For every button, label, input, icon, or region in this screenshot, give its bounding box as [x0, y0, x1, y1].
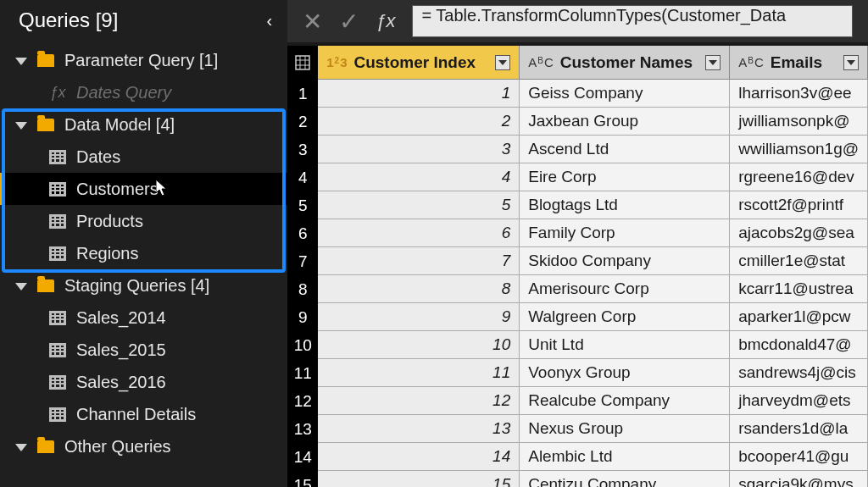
cell-emails[interactable]: aparker1l@pcw	[730, 303, 868, 331]
row-number[interactable]: 8	[287, 275, 318, 303]
row-number[interactable]: 14	[287, 443, 318, 471]
query-label: Channel Details	[76, 405, 196, 424]
cell-emails[interactable]: rgreene16@dev	[730, 163, 868, 191]
cell-emails[interactable]: jharveydm@ets	[730, 387, 868, 415]
query-label: Dates	[76, 147, 120, 167]
cell-index[interactable]: 1	[318, 80, 520, 108]
column-header-names[interactable]: ABCCustomer Names	[520, 46, 730, 80]
cell-names[interactable]: Centizu Company	[520, 471, 730, 487]
cell-names[interactable]: Walgreen Corp	[520, 303, 730, 331]
cell-names[interactable]: Unit Ltd	[520, 331, 730, 359]
query-group[interactable]: Other Queries	[0, 430, 287, 462]
row-number[interactable]: 11	[287, 359, 318, 387]
query-item[interactable]: Sales_2016	[0, 366, 287, 398]
cell-index[interactable]: 7	[318, 247, 520, 275]
cell-names[interactable]: Family Corp	[520, 219, 730, 247]
query-item[interactable]: Sales_2015	[0, 334, 287, 366]
cancel-formula-icon[interactable]: ✕	[303, 8, 322, 36]
query-group[interactable]: Data Model [4]	[0, 108, 287, 141]
row-number[interactable]: 6	[287, 219, 318, 247]
query-item[interactable]: Dates	[0, 141, 287, 173]
row-number[interactable]: 12	[287, 387, 318, 415]
commit-formula-icon[interactable]: ✓	[339, 8, 359, 36]
cell-emails[interactable]: rsanders1d@la	[730, 415, 868, 443]
column-header-emails[interactable]: ABCEmails	[730, 46, 868, 80]
cell-names[interactable]: Jaxbean Group	[520, 108, 730, 136]
cell-index[interactable]: 11	[318, 359, 520, 387]
table-icon	[49, 182, 66, 196]
cell-index[interactable]: 4	[318, 163, 520, 191]
row-number[interactable]: 10	[287, 331, 318, 359]
table-icon	[49, 246, 66, 261]
cell-emails[interactable]: jwilliamsonpk@	[730, 108, 868, 136]
query-label: Customers	[76, 180, 159, 199]
cell-emails[interactable]: sandrews4j@cis	[730, 359, 868, 387]
row-number[interactable]: 4	[287, 163, 318, 191]
cell-emails[interactable]: wwilliamson1g@	[730, 136, 868, 163]
query-item[interactable]: Customers	[0, 173, 287, 205]
collapse-panel-icon[interactable]: ‹	[267, 11, 273, 30]
column-header-index[interactable]: 123Customer Index	[318, 46, 520, 80]
cell-names[interactable]: Realcube Company	[520, 387, 730, 415]
cell-index[interactable]: 12	[318, 387, 520, 415]
table-corner-icon	[295, 55, 310, 70]
formula-input[interactable]: = Table.TransformColumnTypes(Customer_Da…	[412, 5, 853, 37]
caret-down-icon	[15, 283, 27, 291]
cell-names[interactable]: Geiss Company	[520, 80, 730, 108]
query-item[interactable]: Sales_2014	[0, 302, 287, 334]
cell-index[interactable]: 2	[318, 108, 520, 136]
cell-emails[interactable]: ajacobs2g@sea	[730, 219, 868, 247]
cell-index[interactable]: 9	[318, 303, 520, 331]
grid-header-row: 123Customer IndexABCCustomer NamesABCEma…	[318, 46, 868, 80]
select-all-corner[interactable]	[287, 46, 318, 80]
cell-index[interactable]: 3	[318, 136, 520, 163]
cell-names[interactable]: Skidoo Company	[520, 247, 730, 275]
cell-index[interactable]: 10	[318, 331, 520, 359]
row-number[interactable]: 7	[287, 247, 318, 275]
svg-rect-0	[296, 56, 309, 69]
cell-emails[interactable]: bcooper41@gu	[730, 443, 868, 471]
fx-icon: ƒx	[376, 10, 395, 32]
cell-emails[interactable]: bmcdonald47@	[730, 331, 868, 359]
row-number[interactable]: 3	[287, 136, 318, 163]
row-number[interactable]: 2	[287, 108, 318, 136]
cell-names[interactable]: Blogtags Ltd	[520, 191, 730, 219]
table-row: 6Family Corpajacobs2g@sea	[318, 219, 868, 247]
row-number[interactable]: 5	[287, 191, 318, 219]
cell-emails[interactable]: lharrison3v@ee	[730, 80, 868, 108]
cell-emails[interactable]: cmiller1e@stat	[730, 247, 868, 275]
cell-index[interactable]: 13	[318, 415, 520, 443]
row-number[interactable]: 13	[287, 415, 318, 443]
table-row: 12Realcube Companyjharveydm@ets	[318, 387, 868, 415]
query-item[interactable]: Products	[0, 205, 287, 237]
column-filter-dropdown[interactable]	[705, 55, 721, 70]
column-filter-dropdown[interactable]	[495, 55, 510, 70]
cell-index[interactable]: 6	[318, 219, 520, 247]
query-group[interactable]: Staging Queries [4]	[0, 269, 287, 302]
query-group[interactable]: Parameter Query [1]	[0, 44, 287, 76]
cell-names[interactable]: Alembic Ltd	[520, 443, 730, 471]
cell-index[interactable]: 15	[318, 471, 520, 487]
query-item[interactable]: Channel Details	[0, 398, 287, 430]
row-number[interactable]: 1	[287, 80, 318, 108]
column-filter-dropdown[interactable]	[843, 55, 859, 70]
cell-index[interactable]: 5	[318, 191, 520, 219]
row-number[interactable]: 15	[287, 471, 318, 487]
cell-names[interactable]: Amerisourc Corp	[520, 275, 730, 303]
cell-names[interactable]: Eire Corp	[520, 163, 730, 191]
data-grid: 123456789101112131415 123Customer IndexA…	[287, 46, 868, 487]
cell-names[interactable]: Ascend Ltd	[520, 136, 730, 163]
cell-index[interactable]: 14	[318, 443, 520, 471]
table-row: 9Walgreen Corpaparker1l@pcw	[318, 303, 868, 331]
cell-emails[interactable]: rscott2f@printf	[730, 191, 868, 219]
cell-names[interactable]: Nexus Group	[520, 415, 730, 443]
cell-names[interactable]: Voonyx Group	[520, 359, 730, 387]
query-item[interactable]: Regions	[0, 237, 287, 269]
row-number[interactable]: 9	[287, 303, 318, 331]
cell-index[interactable]: 8	[318, 275, 520, 303]
group-label: Parameter Query [1]	[64, 51, 218, 70]
cell-emails[interactable]: kcarr11@ustrea	[730, 275, 868, 303]
query-item[interactable]: ƒxDates Query	[0, 76, 287, 108]
cell-emails[interactable]: sgarcia9k@mys	[730, 471, 868, 487]
query-label: Dates Query	[76, 83, 171, 102]
